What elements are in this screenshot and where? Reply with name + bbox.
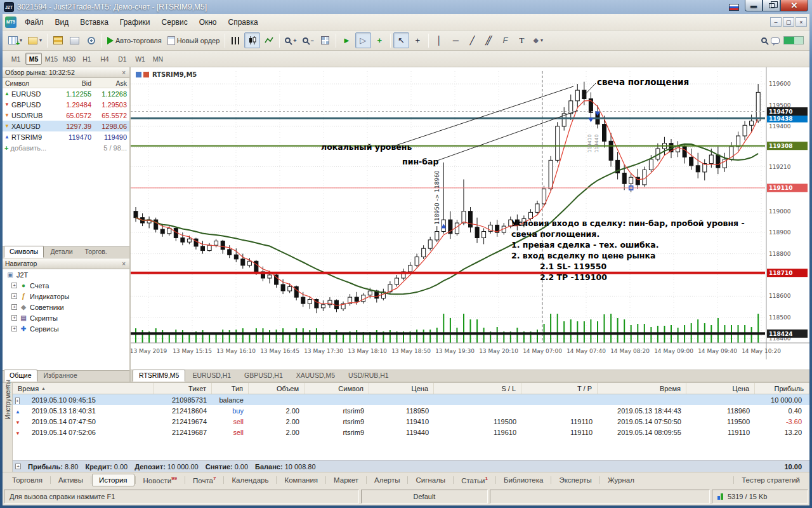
chat-icon[interactable]: [771, 37, 780, 44]
timeframe-button-w1[interactable]: W1: [132, 53, 148, 65]
toolbox-tab-библиотека[interactable]: Библиотека: [497, 474, 551, 486]
history-column-7[interactable]: T / P: [521, 383, 598, 394]
history-row-0[interactable]: +2019.05.10 09:45:15210985731balance10 0…: [13, 394, 809, 405]
chart-tab-usd-rub-h1[interactable]: USD/RUB,H1: [342, 370, 395, 382]
toolbox-tab-компания[interactable]: Компания: [277, 474, 325, 486]
text-tool-button[interactable]: T: [514, 32, 530, 48]
toolbox-tab-активы[interactable]: Активы: [51, 474, 90, 486]
market-watch-tab-торгов[interactable]: Торгов.: [79, 246, 113, 258]
expand-icon[interactable]: +: [11, 304, 17, 310]
shapes-button[interactable]: ◆▾: [530, 32, 546, 48]
history-row-2[interactable]: ▼2019.05.14 07:47:50212419674sell2.00rts…: [13, 416, 809, 427]
history-column-2[interactable]: Тип: [212, 383, 249, 394]
navigator-item-experts[interactable]: +◆Советники: [3, 302, 129, 312]
toolbox-tab-новости[interactable]: Новости99: [136, 473, 184, 487]
market-watch-row-usd-rub[interactable]: ▼USD/RUB65.057265.5572: [3, 110, 129, 121]
toolbox-tab-маркет[interactable]: Маркет: [327, 474, 365, 486]
horizontal-line-button[interactable]: ─: [448, 32, 464, 48]
history-column-3[interactable]: Объем: [249, 383, 304, 394]
navigator-item-indicators[interactable]: +ƒИндикаторы: [3, 291, 129, 302]
zoom-in-button[interactable]: +: [282, 32, 299, 48]
market-watch-row-gbpusd[interactable]: ▼GBPUSD1.294841.29503: [3, 99, 129, 110]
history-column-6[interactable]: S / L: [434, 383, 521, 394]
toolbox-tab-эксперты[interactable]: Эксперты: [552, 474, 598, 486]
menu-item-файл[interactable]: Файл: [19, 15, 49, 29]
toolbox-tab-история[interactable]: История: [92, 474, 134, 486]
navigator-item-services[interactable]: +✚Сервисы: [3, 323, 129, 334]
history-column-1[interactable]: Тикет: [154, 383, 212, 394]
toolbox-tab-статьи[interactable]: Статьи1: [454, 473, 495, 487]
expand-icon[interactable]: +: [11, 315, 17, 321]
navigator-root-item[interactable]: ▣J2T: [3, 269, 129, 280]
auto-scroll-button[interactable]: ►: [339, 32, 355, 48]
chart-tab-xauusd-m5[interactable]: XAUUSD,M5: [290, 370, 341, 382]
tile-windows-button[interactable]: [317, 32, 333, 48]
market-watch-row-xauusd[interactable]: ▼XAUUSD1297.391298.06: [3, 121, 129, 131]
close-icon[interactable]: ×: [121, 69, 127, 76]
menu-item-окно[interactable]: Окно: [193, 15, 223, 29]
chart-tab-rtsrim9-m5[interactable]: RTSRIM9,M5: [133, 370, 185, 382]
timeframe-button-h4[interactable]: H4: [96, 53, 113, 65]
data-window-toggle[interactable]: [67, 32, 82, 48]
market-watch-toggle[interactable]: [50, 32, 66, 48]
search-icon[interactable]: [761, 37, 767, 43]
mdi-minimize-button[interactable]: –: [770, 17, 782, 27]
history-column-8[interactable]: Время: [598, 383, 686, 394]
mdi-close-button[interactable]: ×: [796, 17, 807, 27]
close-icon[interactable]: ×: [121, 260, 127, 267]
navigator-item-scripts[interactable]: +▤Скрипты: [3, 312, 129, 323]
timeframe-button-m15[interactable]: M15: [43, 53, 60, 65]
indicators-button[interactable]: +: [372, 32, 388, 48]
history-column-0[interactable]: Время▲: [13, 383, 154, 394]
cursor-button[interactable]: ↖: [393, 32, 409, 48]
market-watch-tab-детали[interactable]: Детали: [44, 246, 78, 258]
timeframe-button-mn[interactable]: MN: [150, 53, 166, 65]
new-order-button[interactable]: Новый ордер: [165, 32, 223, 48]
market-watch-tab-символы[interactable]: Символы: [4, 246, 44, 258]
toolbox-tab-торговля[interactable]: Торговля: [5, 474, 49, 486]
line-chart-button[interactable]: [261, 32, 277, 48]
minimize-button[interactable]: ▬: [745, 0, 763, 11]
vertical-line-button[interactable]: │: [431, 32, 447, 48]
title-bar[interactable]: J2T 3021594 - Just2Trade-MT5: Демо-счет …: [3, 0, 809, 14]
status-profile[interactable]: Default: [361, 490, 488, 504]
profiles-button[interactable]: ▾: [25, 32, 44, 48]
new-chart-button[interactable]: ▾: [6, 32, 25, 48]
navigator-toggle[interactable]: [83, 32, 99, 48]
candles-chart-button[interactable]: [244, 32, 260, 48]
menu-item-графики[interactable]: Графики: [114, 15, 156, 29]
timeframe-button-m5[interactable]: M5: [25, 53, 42, 65]
history-row-1[interactable]: ▲2019.05.13 18:40:31212418604buy2.00rtsr…: [13, 405, 809, 416]
price-chart[interactable]: свеча поглощениялокальный уровеньпин-бар…: [131, 67, 809, 370]
toolbox-tab-сигналы[interactable]: Сигналы: [409, 474, 452, 486]
chart-tab-gbpusd-h1[interactable]: GBPUSD,H1: [238, 370, 289, 382]
autotrade-button[interactable]: Авто-торговля: [105, 32, 164, 48]
expand-icon[interactable]: +: [11, 283, 17, 288]
market-watch-column-2[interactable]: Ask: [94, 79, 129, 87]
toolbox-tab-календарь[interactable]: Календарь: [225, 474, 275, 486]
restore-button[interactable]: [763, 0, 780, 11]
menu-item-вставка[interactable]: Вставка: [74, 15, 114, 29]
timeframe-button-d1[interactable]: D1: [114, 53, 131, 65]
expand-icon[interactable]: +: [11, 293, 17, 299]
menu-item-сервис[interactable]: Сервис: [156, 15, 193, 29]
toolbox-tab-почта[interactable]: Почта7: [186, 473, 223, 487]
timeframe-button-h1[interactable]: H1: [79, 53, 95, 65]
timeframe-button-m1[interactable]: M1: [8, 53, 24, 65]
chart-tab-eurusd-h1[interactable]: EURUSD,H1: [186, 370, 237, 382]
navigator-caption[interactable]: Навигатор ×: [3, 258, 129, 269]
channel-button[interactable]: ╱╱: [481, 32, 497, 48]
timeframe-button-m30[interactable]: M30: [61, 53, 77, 65]
add-symbol-row[interactable]: + добавить...5 / 98...: [3, 142, 129, 153]
history-column-10[interactable]: Прибыль: [755, 383, 809, 394]
chart-shift-button[interactable]: ▷: [355, 32, 371, 48]
menu-item-справка[interactable]: Справка: [223, 15, 264, 29]
fibonacci-button[interactable]: F: [497, 32, 513, 48]
toolbox-tab-алерты[interactable]: Алерты: [367, 474, 407, 486]
market-watch-caption[interactable]: Обзор рынка: 10:32:52 ×: [3, 67, 129, 78]
mdi-restore-button[interactable]: ▢: [783, 17, 794, 27]
menu-item-вид[interactable]: Вид: [49, 15, 75, 29]
close-button[interactable]: ✕: [780, 0, 808, 11]
expand-icon[interactable]: +: [15, 398, 20, 404]
trendline-button[interactable]: ╱: [464, 32, 480, 48]
